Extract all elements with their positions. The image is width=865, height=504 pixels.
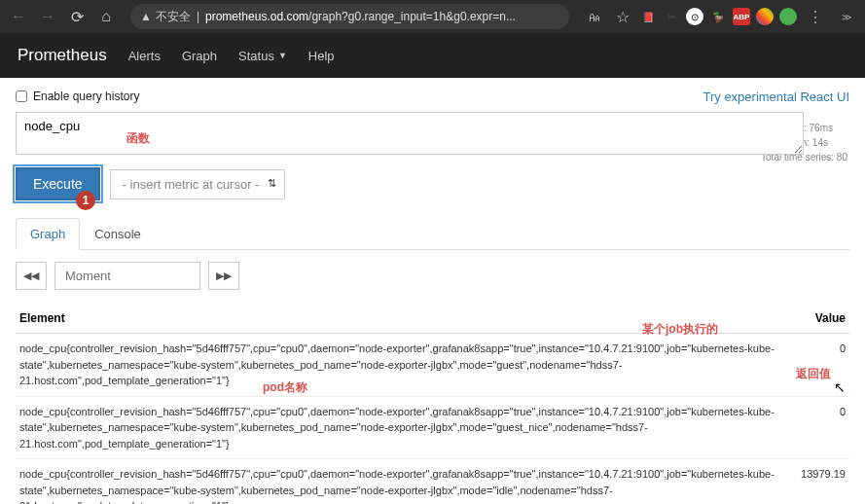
url-path: /graph?g0.range_input=1h&g0.expr=n... [308, 10, 516, 23]
enable-history-label: Enable query history [33, 90, 139, 103]
ext-icon[interactable] [756, 8, 774, 25]
home-icon[interactable]: ⌂ [93, 4, 119, 29]
chevron-icon[interactable]: ≫ [834, 4, 859, 29]
expression-input[interactable] [16, 112, 804, 155]
ext-icon[interactable]: ✂ [663, 8, 680, 25]
nav-help[interactable]: Help [308, 49, 335, 63]
star-icon[interactable]: ☆ [610, 4, 635, 29]
value-cell: 0 [781, 396, 849, 459]
table-row: node_cpu{controller_revision_hash="5d46f… [16, 396, 849, 459]
reload-icon[interactable]: ⟳ [64, 4, 90, 29]
react-ui-link[interactable]: Try experimental React UI [703, 90, 849, 104]
browser-toolbar: ← → ⟳ ⌂ ▲ 不安全 | prometheus.od.com/graph?… [0, 0, 865, 33]
url-bar[interactable]: ▲ 不安全 | prometheus.od.com/graph?g0.range… [130, 4, 569, 29]
app-navbar: Prometheus Alerts Graph Status ▼ Help [0, 33, 865, 78]
translate-icon[interactable]: 🗛 [581, 4, 606, 29]
col-value: Value [781, 304, 849, 334]
url-domain: prometheus.od.com [205, 10, 308, 23]
value-cell: 13979.19 [781, 459, 849, 505]
tab-console[interactable]: Console [80, 218, 156, 249]
moment-prev-button[interactable]: ◀◀ [16, 262, 47, 290]
table-row: node_cpu{controller_revision_hash="5d46f… [16, 459, 849, 505]
result-tabs: Graph Console [16, 218, 849, 250]
moment-input[interactable] [54, 262, 200, 290]
nav-status[interactable]: Status ▼ [238, 49, 287, 63]
ext-icon[interactable]: 📕 [639, 8, 657, 25]
forward-icon[interactable]: → [35, 4, 60, 29]
url-text: prometheus.od.com/graph?g0.range_input=1… [205, 10, 516, 23]
table-row: node_cpu{controller_revision_hash="5d46f… [16, 334, 849, 397]
brand-logo[interactable]: Prometheus [18, 46, 107, 65]
results-table: Element Value node_cpu{controller_revisi… [16, 304, 849, 504]
element-cell: node_cpu{controller_revision_hash="5d46f… [16, 334, 781, 397]
caret-down-icon: ▼ [278, 51, 287, 60]
main-content: Enable query history Try experimental Re… [0, 78, 865, 504]
enable-history-checkbox[interactable] [16, 90, 27, 102]
cursor-icon: ↖ [834, 379, 846, 395]
insecure-label: 不安全 [156, 9, 191, 25]
tab-graph[interactable]: Graph [16, 218, 80, 250]
ext-icon[interactable] [779, 8, 797, 25]
nav-alerts[interactable]: Alerts [128, 49, 161, 63]
nav-graph[interactable]: Graph [182, 49, 217, 63]
insecure-warning: ▲ 不安全 [140, 9, 191, 25]
warning-icon: ▲ [140, 10, 152, 23]
back-icon[interactable]: ← [6, 4, 31, 29]
enable-history[interactable]: Enable query history [16, 90, 139, 103]
element-cell: node_cpu{controller_revision_hash="5d46f… [16, 459, 781, 505]
extensions: 📕 ✂ ⊙ 🦆 ABP ⋮ ≫ [639, 4, 859, 29]
nav-status-label: Status [238, 49, 274, 63]
metric-selector[interactable]: - insert metric at cursor - [110, 169, 286, 199]
element-cell: node_cpu{controller_revision_hash="5d46f… [16, 396, 781, 459]
overflow-icon[interactable]: ⋮ [803, 4, 828, 29]
adblock-icon[interactable]: ABP [733, 8, 750, 25]
ext-icon[interactable]: 🦆 [709, 8, 727, 25]
moment-next-button[interactable]: ▶▶ [208, 262, 239, 290]
ext-icon[interactable]: ⊙ [686, 8, 703, 25]
step-badge: 1 [76, 191, 95, 210]
col-element: Element [16, 304, 781, 334]
url-separator: | [197, 10, 199, 23]
